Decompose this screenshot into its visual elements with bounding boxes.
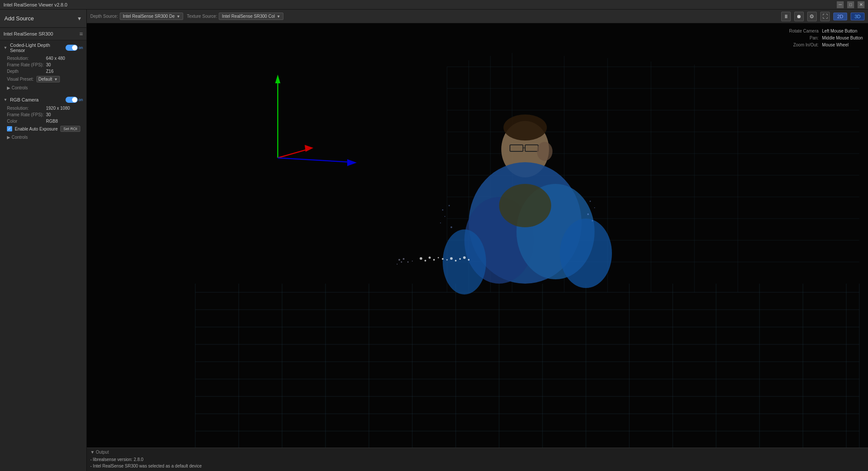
svg-point-85 xyxy=(433,259,435,261)
set-roi-button[interactable]: Set ROI xyxy=(60,126,80,132)
pan-label: Pan: xyxy=(784,35,819,42)
maximize-button[interactable]: □ xyxy=(847,1,854,8)
depth-sensor-toggle-icon: ▼ xyxy=(3,46,7,50)
device-menu-icon[interactable]: ≡ xyxy=(79,30,83,37)
depth-source-label: Depth Source: xyxy=(90,14,118,19)
window-controls: ─ □ ✕ xyxy=(837,1,865,8)
visual-preset-value: Default xyxy=(39,77,53,82)
svg-point-84 xyxy=(429,257,431,259)
texture-source-dropdown[interactable]: Intel RealSense SR300 Col ▼ xyxy=(219,13,283,20)
output-header[interactable]: ▼ Output xyxy=(90,449,865,455)
rotate-camera-value: Left Mouse Button xyxy=(822,28,857,35)
output-line-1: - librealsense version: 2.8.0 xyxy=(90,456,865,463)
close-button[interactable]: ✕ xyxy=(858,1,865,8)
svg-point-83 xyxy=(424,260,426,262)
rgb-controls-label: ▶ Controls xyxy=(7,135,28,140)
rotate-camera-label: Rotate Camera xyxy=(784,28,819,35)
depth-controls-row[interactable]: ▶ Controls xyxy=(0,84,86,92)
svg-point-67 xyxy=(442,209,444,211)
pan-help-row: Pan: Middle Mouse Button xyxy=(784,35,863,42)
settings-button[interactable]: ⚙ xyxy=(807,12,817,21)
depth-resolution-row: Resolution: 640 x 480 xyxy=(0,55,86,62)
device-header: Intel RealSense SR300 ≡ xyxy=(0,28,86,40)
3d-viewport[interactable]: Rotate Camera Left Mouse Button Pan: Mid… xyxy=(87,23,868,448)
svg-point-79 xyxy=(403,258,404,260)
svg-point-64 xyxy=(499,184,551,227)
svg-point-66 xyxy=(443,229,486,294)
2d-mode-button[interactable]: 2D xyxy=(833,13,847,20)
add-source-label: Add Source xyxy=(4,15,34,22)
rgb-color-row: Color RGB8 xyxy=(0,118,86,124)
depth-source-dropdown[interactable]: Intel RealSense SR300 De ▼ xyxy=(120,13,183,20)
svg-point-77 xyxy=(401,262,402,263)
pause-button[interactable]: ⏸ xyxy=(781,12,791,21)
svg-point-93 xyxy=(468,259,470,261)
title-bar: Intel RealSense Viewer v2.8.0 ─ □ ✕ xyxy=(0,0,868,10)
device-section: Intel RealSense SR300 ≡ ▼ Coded-Light De… xyxy=(0,28,86,471)
right-panel: Depth Source: Intel RealSense SR300 De ▼… xyxy=(87,10,868,471)
svg-point-88 xyxy=(447,259,448,261)
auto-exposure-label: Enable Auto Exposure xyxy=(15,127,58,131)
help-text-overlay: Rotate Camera Left Mouse Button Pan: Mid… xyxy=(784,28,863,49)
svg-point-70 xyxy=(440,222,441,223)
texture-source-group: Texture Source: Intel RealSense SR300 Co… xyxy=(187,13,283,20)
device-name: Intel RealSense SR300 xyxy=(3,31,53,36)
depth-framerate-value: 30 xyxy=(46,62,51,67)
output-label: ▼ Output xyxy=(90,450,109,455)
svg-point-68 xyxy=(444,216,445,217)
auto-exposure-checkbox[interactable]: ✓ xyxy=(7,126,12,131)
rgb-camera-switch-group: on xyxy=(66,97,83,103)
svg-point-82 xyxy=(420,257,422,260)
rgb-color-value: RGB8 xyxy=(46,119,58,124)
svg-point-59 xyxy=(537,142,552,161)
3d-mode-button[interactable]: 3D xyxy=(851,13,865,20)
depth-source-group: Depth Source: Intel RealSense SR300 De ▼ xyxy=(90,13,183,20)
check-icon: ✓ xyxy=(8,127,11,131)
svg-point-92 xyxy=(463,256,466,259)
depth-sensor-toggle[interactable] xyxy=(66,45,78,51)
visual-preset-row: Visual Preset: Default ▼ xyxy=(0,75,86,84)
output-messages: - librealsense version: 2.8.0 - Intel Re… xyxy=(90,455,865,470)
depth-source-arrow-icon: ▼ xyxy=(176,14,180,19)
depth-sensor-header[interactable]: ▼ Coded-Light Depth Sensor on xyxy=(0,40,86,55)
svg-point-76 xyxy=(398,259,400,261)
svg-point-69 xyxy=(449,205,450,206)
rgb-controls-row[interactable]: ▶ Controls xyxy=(0,133,86,141)
rgb-camera-header[interactable]: ▼ RGB Camera on xyxy=(0,95,86,105)
svg-point-80 xyxy=(408,262,409,263)
add-source-bar[interactable]: Add Source ▼ xyxy=(0,10,86,28)
sidebar: Add Source ▼ Intel RealSense SR300 ≡ ▼ C… xyxy=(0,10,87,471)
visual-preset-dropdown[interactable]: Default ▼ xyxy=(36,76,60,82)
toolbar: Depth Source: Intel RealSense SR300 De ▼… xyxy=(87,10,868,23)
svg-point-75 xyxy=(592,220,593,222)
depth-format-label: Depth xyxy=(7,69,46,74)
svg-point-81 xyxy=(412,261,413,262)
texture-source-arrow-icon: ▼ xyxy=(276,14,280,19)
depth-framerate-label: Frame Rate (FPS): xyxy=(7,62,46,67)
window-title: Intel RealSense Viewer v2.8.0 xyxy=(3,2,67,7)
svg-point-86 xyxy=(438,257,439,258)
auto-exposure-row: ✓ Enable Auto Exposure Set ROI xyxy=(0,124,86,133)
output-bar: ▼ Output - librealsense version: 2.8.0 -… xyxy=(87,448,868,471)
visual-preset-dropdown-arrow: ▼ xyxy=(54,77,58,82)
rgb-framerate-label: Frame Rate (FPS): xyxy=(7,112,46,117)
minimize-button[interactable]: ─ xyxy=(837,1,844,8)
visual-preset-label: Visual Preset: xyxy=(7,77,34,82)
svg-point-78 xyxy=(397,264,398,265)
rgb-framerate-row: Frame Rate (FPS): 30 xyxy=(0,111,86,118)
rgb-camera-toggle[interactable] xyxy=(66,97,78,103)
fullscreen-button[interactable]: ⛶ xyxy=(820,12,830,21)
depth-sensor-title: Coded-Light Depth Sensor xyxy=(10,43,64,53)
rotate-help-row: Rotate Camera Left Mouse Button xyxy=(784,28,863,35)
svg-point-73 xyxy=(594,207,595,208)
depth-source-value: Intel RealSense SR300 De xyxy=(123,14,175,19)
depth-framerate-row: Frame Rate (FPS): 30 xyxy=(0,62,86,68)
depth-sensor-switch-group: on xyxy=(66,45,83,51)
record-button[interactable]: ⏺ xyxy=(794,12,804,21)
svg-point-60 xyxy=(503,114,547,141)
output-line-2: - Intel RealSense SR300 was selected as … xyxy=(90,463,865,469)
depth-format-value: Z16 xyxy=(46,69,53,74)
pan-value: Middle Mouse Button xyxy=(822,35,863,42)
rgb-resolution-value: 1920 x 1080 xyxy=(46,106,70,111)
depth-resolution-value: 640 x 480 xyxy=(46,56,65,61)
